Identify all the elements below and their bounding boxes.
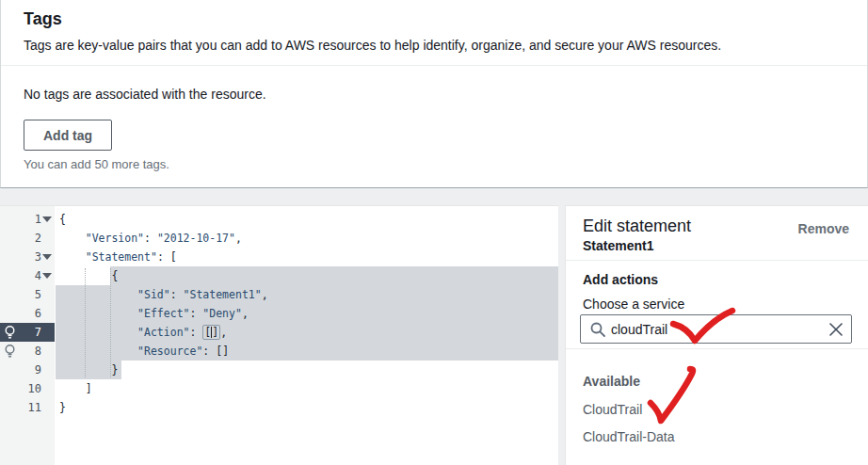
gutter-row: 3 [0,248,55,266]
add-tag-button[interactable]: Add tag [24,120,112,151]
editor-gutter: 1234567891011 [0,206,55,465]
service-item-cloudtrail-data[interactable]: CloudTrail-Data [583,427,859,455]
tags-card-header: Tags Tags are key-value pairs that you c… [1,0,867,66]
lightbulb-suggestion-icon[interactable] [4,344,16,359]
add-actions-heading: Add actions [583,272,658,287]
line-number: 3 [35,248,41,266]
code-line-8[interactable]: "Resource": [] [55,342,558,361]
code-fold-arrow-icon[interactable] [42,254,52,260]
code-line-7[interactable]: "Action": [], [55,323,558,342]
available-services-list: CloudTrailCloudTrail-Data [583,400,859,455]
code-line-4[interactable]: { [55,266,558,285]
tags-card: Tags Tags are key-value pairs that you c… [0,0,868,188]
service-search-box[interactable] [580,314,852,344]
tags-remaining-hint: You can add 50 more tags. [24,157,169,171]
line-number: 2 [35,229,41,248]
code-line-5[interactable]: "Sid": "Statement1", [55,285,558,304]
code-line-3[interactable]: "Statement": [ [55,248,558,266]
code-line-1[interactable]: { [55,210,558,229]
line-number: 5 [35,285,41,304]
search-icon [590,322,605,337]
gutter-row: 4 [0,266,55,285]
panel-divider [566,260,868,261]
gutter-row-active: 7 [0,323,55,342]
gutter-row: 6 [0,304,55,323]
panel-title: Edit statement [583,216,691,236]
line-number: 8 [35,342,41,361]
gutter-row: 8 [0,342,55,361]
line-number: 10 [28,379,41,398]
close-icon [828,322,844,337]
code-fold-arrow-icon[interactable] [42,216,52,222]
code-line-11[interactable]: } [55,398,558,417]
bracket-match-highlight: [] [202,325,220,340]
lightbulb-suggestion-icon[interactable] [4,325,16,340]
gutter-row: 2 [0,229,55,248]
tags-section-description: Tags are key-value pairs that you can ad… [24,38,721,53]
gutter-row: 9 [0,361,55,379]
panel-divider [566,348,868,349]
service-search-input[interactable] [611,316,819,342]
line-number: 9 [35,361,41,379]
code-fold-arrow-icon[interactable] [42,273,52,279]
choose-service-label: Choose a service [583,297,684,312]
line-number: 4 [35,266,41,285]
code-line-6[interactable]: "Effect": "Deny", [55,304,558,323]
statement-name: Statement1 [583,238,653,253]
policy-json-editor[interactable]: 1234567891011 { "Version": "2012-10-17",… [0,205,558,465]
text-cursor [211,327,212,338]
service-item-cloudtrail[interactable]: CloudTrail [583,400,859,427]
code-line-9[interactable]: } [55,361,558,379]
remove-statement-link[interactable]: Remove [798,221,849,236]
available-services-heading: Available [583,374,640,389]
no-tags-message: No tags are associated with the resource… [24,87,266,102]
gutter-row: 11 [0,398,55,417]
line-number: 1 [35,210,41,229]
gutter-row: 1 [0,210,55,229]
line-number: 11 [28,398,41,417]
line-number: 7 [35,323,41,342]
line-number: 6 [35,304,41,323]
gutter-row: 5 [0,285,55,304]
gutter-row: 10 [0,379,55,398]
tags-section-title: Tags [24,9,62,29]
edit-statement-panel: Edit statement Statement1 Remove Add act… [565,205,868,465]
code-line-2[interactable]: "Version": "2012-10-17", [55,229,558,248]
code-line-10[interactable]: ] [55,379,558,398]
aws-policy-editor-page: { "tags_section": { "title": "Tags", "de… [0,0,868,465]
clear-search-button[interactable] [828,322,844,337]
